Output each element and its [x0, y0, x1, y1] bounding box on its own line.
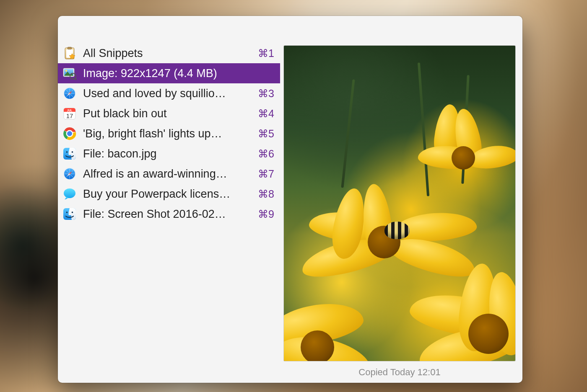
clipboard-item-label: Used and loved by squillio…	[83, 87, 252, 100]
safari-icon	[62, 166, 77, 181]
finder-icon	[62, 206, 77, 222]
clipboard-list: All Snippets⌘1Image: 922x1247 (4.4 MB)Us…	[58, 42, 280, 383]
finder-icon	[62, 146, 77, 161]
preview-caption: Copied Today 12:01	[358, 367, 440, 378]
preview-app-icon	[62, 66, 77, 81]
safari-icon	[62, 86, 77, 101]
panel-body: All Snippets⌘1Image: 922x1247 (4.4 MB)Us…	[58, 42, 522, 383]
clipboard-item-shortcut: ⌘1	[258, 47, 274, 59]
chrome-icon	[62, 126, 77, 141]
clipboard-item-shortcut: ⌘9	[258, 208, 274, 220]
clipboard-item[interactable]: File: bacon.jpg⌘6	[58, 144, 280, 164]
calendar-icon	[62, 106, 77, 121]
clipboard-item[interactable]: Alfred is an award-winning…⌘7	[58, 164, 280, 184]
clipboard-item-shortcut: ⌘3	[258, 88, 274, 100]
search-area	[58, 16, 522, 42]
clipboard-item-label: File: bacon.jpg	[83, 147, 252, 160]
clipboard-item-label: File: Screen Shot 2016-02…	[83, 208, 252, 221]
clipboard-item-label: 'Big, bright flash' lights up…	[83, 127, 252, 140]
clipboard-item-label: Put black bin out	[83, 107, 252, 120]
clipboard-item[interactable]: Buy your Powerpack licens…⌘8	[58, 184, 280, 204]
clipboard-item-shortcut: ⌘7	[258, 168, 274, 180]
clipboard-item-label: Buy your Powerpack licens…	[83, 188, 252, 201]
clipboard-item-shortcut: ⌘5	[258, 128, 274, 140]
preview-pane: Copied Today 12:01	[280, 42, 522, 383]
clipboard-item[interactable]: Used and loved by squillio…⌘3	[58, 83, 280, 103]
search-input[interactable]	[66, 22, 516, 39]
clipboard-item-label: Image: 922x1247 (4.4 MB)	[83, 67, 268, 80]
clipboard-item[interactable]: File: Screen Shot 2016-02…⌘9	[58, 204, 280, 224]
clipboard-item-shortcut: ⌘6	[258, 148, 274, 160]
clipboard-item[interactable]: Put black bin out⌘4	[58, 103, 280, 124]
clipboard-item[interactable]: Image: 922x1247 (4.4 MB)	[58, 63, 280, 83]
clipboard-item[interactable]: All Snippets⌘1	[58, 43, 280, 63]
bee-decoration	[384, 222, 410, 239]
preview-image	[284, 46, 515, 361]
clipboard-item-shortcut: ⌘8	[258, 188, 274, 200]
clipboard-item-label: Alfred is an award-winning…	[83, 168, 252, 181]
clipboard-item-shortcut: ⌘4	[258, 108, 274, 120]
clipboard-item[interactable]: 'Big, bright flash' lights up…⌘5	[58, 124, 280, 144]
messages-icon	[62, 186, 77, 201]
clipboard-item-label: All Snippets	[83, 47, 252, 60]
alfred-panel: All Snippets⌘1Image: 922x1247 (4.4 MB)Us…	[58, 16, 522, 383]
clipboard-star-icon	[62, 46, 77, 61]
